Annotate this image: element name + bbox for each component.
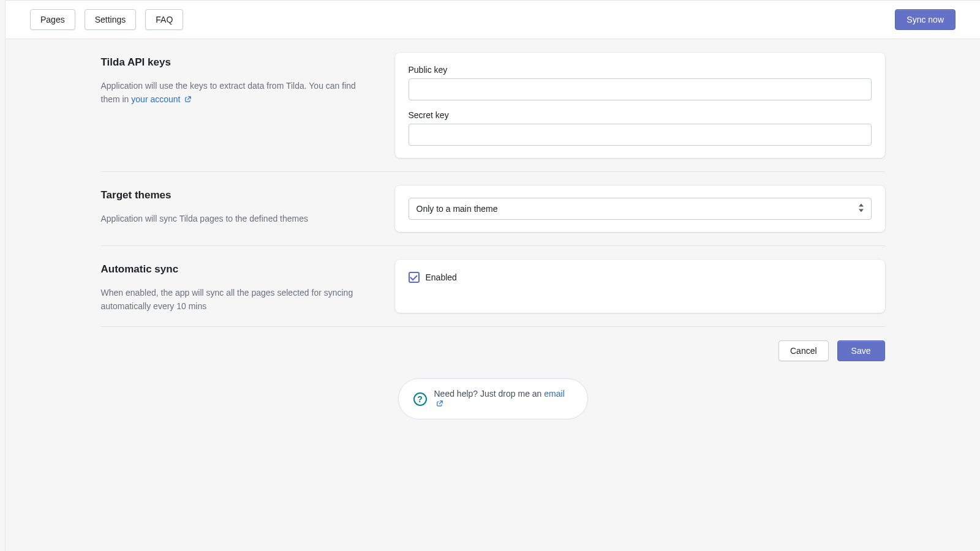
tab-settings[interactable]: Settings bbox=[85, 9, 137, 30]
help-email-link-text: email bbox=[544, 389, 564, 399]
footer-actions: Cancel Save bbox=[101, 327, 885, 361]
external-link-icon bbox=[436, 399, 443, 409]
secret-key-input[interactable] bbox=[409, 124, 872, 146]
help-text-leading: Need help? Just drop me an bbox=[434, 389, 545, 399]
section-automatic-sync: Automatic sync When enabled, the app wil… bbox=[101, 246, 885, 326]
auto-sync-title: Automatic sync bbox=[101, 263, 371, 276]
auto-sync-desc: When enabled, the app will sync all the … bbox=[101, 287, 371, 313]
api-keys-title: Tilda API keys bbox=[101, 56, 371, 69]
secret-key-label: Secret key bbox=[409, 110, 872, 120]
public-key-label: Public key bbox=[409, 65, 872, 75]
target-themes-card: Only to a main theme bbox=[395, 186, 885, 232]
enabled-checkbox[interactable] bbox=[409, 272, 420, 283]
tabs-group: Pages Settings FAQ bbox=[30, 9, 183, 30]
help-banner: ? Need help? Just drop me an email bbox=[398, 378, 588, 419]
external-link-icon bbox=[184, 94, 192, 107]
tab-pages[interactable]: Pages bbox=[30, 9, 75, 30]
help-icon: ? bbox=[413, 392, 427, 406]
public-key-input[interactable] bbox=[409, 78, 872, 100]
target-themes-title: Target themes bbox=[101, 189, 371, 201]
cancel-button[interactable]: Cancel bbox=[778, 340, 829, 361]
target-theme-select[interactable]: Only to a main theme bbox=[409, 198, 872, 220]
sync-now-button[interactable]: Sync now bbox=[895, 9, 956, 30]
help-text: Need help? Just drop me an email bbox=[434, 389, 573, 409]
tab-faq[interactable]: FAQ bbox=[145, 9, 183, 30]
api-keys-card: Public key Secret key bbox=[395, 53, 885, 158]
save-button[interactable]: Save bbox=[837, 340, 885, 361]
top-bar: Pages Settings FAQ Sync now bbox=[6, 1, 980, 39]
section-target-themes: Target themes Application will sync Tild… bbox=[101, 172, 885, 246]
auto-sync-card: Enabled bbox=[395, 260, 885, 313]
your-account-link[interactable]: your account bbox=[131, 94, 192, 104]
section-api-keys: Tilda API keys Application will use the … bbox=[101, 39, 885, 171]
api-keys-desc: Application will use the keys to extract… bbox=[101, 80, 371, 107]
enabled-label: Enabled bbox=[426, 272, 457, 282]
target-themes-desc: Application will sync Tilda pages to the… bbox=[101, 212, 371, 226]
your-account-link-text: your account bbox=[131, 94, 180, 104]
